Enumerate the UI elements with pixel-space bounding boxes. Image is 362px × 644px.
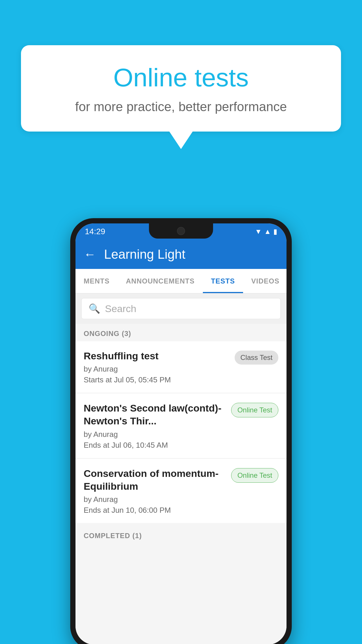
test-badge-3: Online Test — [231, 468, 278, 483]
speech-bubble-container: Online tests for more practice, better p… — [21, 45, 341, 149]
test-title-1: Reshuffling test — [84, 349, 229, 362]
app-bar: ← Learning Light — [75, 240, 287, 269]
test-title-2: Newton's Second law(contd)-Newton's Thir… — [84, 402, 225, 427]
search-container: 🔍 Search — [75, 293, 287, 324]
test-info-2: Newton's Second law(contd)-Newton's Thir… — [84, 402, 225, 449]
content-area: ONGOING (3) Reshuffling test by Anurag S… — [75, 324, 287, 644]
search-icon: 🔍 — [89, 303, 100, 314]
test-author-3: by Anurag — [84, 495, 225, 504]
tab-tests[interactable]: TESTS — [203, 269, 243, 293]
test-title-3: Conservation of momentum-Equilibrium — [84, 467, 225, 493]
section-divider — [75, 524, 287, 526]
signal-icon: ▲ — [264, 228, 271, 236]
test-item-2[interactable]: Newton's Second law(contd)-Newton's Thir… — [75, 393, 287, 458]
back-button[interactable]: ← — [84, 247, 96, 261]
test-item-1[interactable]: Reshuffling test by Anurag Starts at Jul… — [75, 341, 287, 393]
battery-icon: ▮ — [273, 228, 277, 236]
speech-bubble-tail — [169, 132, 193, 149]
speech-bubble: Online tests for more practice, better p… — [21, 45, 341, 132]
test-author-1: by Anurag — [84, 365, 229, 374]
speech-bubble-title: Online tests — [44, 63, 318, 92]
test-info-3: Conservation of momentum-Equilibrium by … — [84, 467, 225, 515]
phone-notch — [149, 223, 213, 239]
search-box[interactable]: 🔍 Search — [81, 298, 281, 319]
test-author-2: by Anurag — [84, 430, 225, 439]
tabs-bar: MENTS ANNOUNCEMENTS TESTS VIDEOS — [75, 269, 287, 293]
tab-ments[interactable]: MENTS — [75, 269, 118, 293]
search-placeholder: Search — [105, 303, 136, 314]
speech-bubble-subtitle: for more practice, better performance — [44, 99, 318, 114]
test-date-3: Ends at Jun 10, 06:00 PM — [84, 506, 225, 515]
status-time: 14:29 — [85, 227, 105, 236]
ongoing-section-header: ONGOING (3) — [75, 324, 287, 341]
phone-screen: 14:29 ▼ ▲ ▮ ← Learning Light MENTS ANNOU… — [75, 223, 287, 644]
phone-frame: 14:29 ▼ ▲ ▮ ← Learning Light MENTS ANNOU… — [70, 218, 292, 644]
test-badge-1: Class Test — [235, 351, 278, 365]
status-icons: ▼ ▲ ▮ — [255, 228, 277, 236]
test-badge-2: Online Test — [231, 403, 278, 417]
test-info-1: Reshuffling test by Anurag Starts at Jul… — [84, 349, 229, 384]
test-item-3[interactable]: Conservation of momentum-Equilibrium by … — [75, 459, 287, 523]
test-date-2: Ends at Jul 06, 10:45 AM — [84, 441, 225, 450]
test-date-1: Starts at Jul 05, 05:45 PM — [84, 375, 229, 384]
app-bar-title: Learning Light — [104, 247, 185, 262]
tab-announcements[interactable]: ANNOUNCEMENTS — [118, 269, 203, 293]
completed-section-header: COMPLETED (1) — [75, 526, 287, 543]
wifi-icon: ▼ — [255, 228, 262, 236]
tab-videos[interactable]: VIDEOS — [243, 269, 287, 293]
phone-camera — [177, 227, 185, 235]
